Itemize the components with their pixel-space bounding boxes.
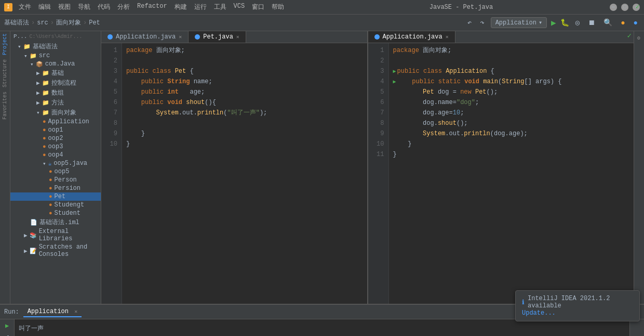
left-code-area[interactable]: package 面向对象; public class Pet { public … xyxy=(122,43,367,304)
r-code-line-10: } xyxy=(393,139,630,149)
tab-application-right[interactable]: Application.java ✕ xyxy=(368,31,455,43)
left-panel-tabs: Project Structure Favorites xyxy=(0,31,10,304)
coverage-button[interactable]: ◎ xyxy=(573,17,582,28)
tree-item-studengt[interactable]: ● Studengt xyxy=(10,201,101,209)
expand-icon: ▾ xyxy=(24,53,28,59)
search-button[interactable]: 🔍 xyxy=(601,17,614,28)
run-restart-button[interactable]: ↺ xyxy=(2,332,12,336)
tree-item-oop5[interactable]: ● oop5 xyxy=(10,167,101,176)
stop-button[interactable]: ⏹ xyxy=(586,18,597,28)
left-editor-content[interactable]: 12345 678910 package 面向对象; public class … xyxy=(101,43,367,304)
menu-bar: 文件 编辑 视图 导航 代码 分析 Refactor 构建 运行 工具 VCS … xyxy=(16,2,313,12)
tree-item-oop2[interactable]: ● oop2 xyxy=(10,134,101,143)
menu-window[interactable]: 窗口 xyxy=(249,2,267,12)
maximize-button[interactable]: □ xyxy=(621,4,628,11)
run-tab-close[interactable]: ✕ xyxy=(74,309,77,315)
tree-item-jichu[interactable]: ▶ 📁 基础 xyxy=(10,68,101,78)
tree-item-src[interactable]: ▾ 📁 src xyxy=(10,51,101,60)
breadcrumb-item[interactable]: 面向对象 xyxy=(56,18,81,27)
run-output[interactable]: 叫了一声 10 Process finished with exit code … xyxy=(15,319,629,336)
tree-item-student[interactable]: ● Student xyxy=(10,209,101,217)
menu-file[interactable]: 文件 xyxy=(16,2,34,12)
expand-icon: ▶ xyxy=(24,248,28,254)
expand-icon: ▾ xyxy=(43,160,46,167)
tab-application-left[interactable]: Application.java ✕ xyxy=(101,31,189,43)
debug-button[interactable]: 🐛 xyxy=(560,18,569,27)
tree-label: oop4 xyxy=(48,151,63,159)
menu-build[interactable]: 构建 xyxy=(171,2,190,12)
menu-edit[interactable]: 编辑 xyxy=(35,2,54,12)
tab-close[interactable]: ✕ xyxy=(179,34,182,40)
tree-item-person[interactable]: ● Person xyxy=(10,176,101,184)
tree-label: oop5.java xyxy=(53,160,87,167)
code-line-8 xyxy=(126,118,363,128)
menu-help[interactable]: 帮助 xyxy=(269,2,287,12)
class-icon: ● xyxy=(43,152,46,158)
update-link[interactable]: Update... xyxy=(522,309,556,317)
folder-icon: 📁 xyxy=(42,99,49,106)
tree-item-oop3[interactable]: ● oop3 xyxy=(10,143,101,151)
tree-item-fangfa[interactable]: ▶ 📁 方法 xyxy=(10,98,101,108)
tab-icon xyxy=(374,34,380,40)
tree-item-persion[interactable]: ● Persion xyxy=(10,184,101,192)
run-config-selector[interactable]: Application ▾ xyxy=(491,17,547,28)
undo-button[interactable]: ↶ xyxy=(465,17,474,28)
redo-button[interactable]: ↷ xyxy=(478,17,486,28)
tree-item-comjava[interactable]: ▾ 📦 com.Java xyxy=(10,60,101,68)
right-editor-content[interactable]: 12345 67891011 package 面向对象; ▶public cla… xyxy=(368,43,634,304)
side-tab-btn[interactable]: ⚙ xyxy=(635,33,643,43)
code-line-6: public void shout(){ xyxy=(126,97,363,108)
lib-icon: 📚 xyxy=(30,232,37,239)
expand-icon: ▶ xyxy=(36,99,40,106)
tree-item-extlibs[interactable]: ▶ 📚 External Libraries xyxy=(10,227,101,243)
run-button[interactable]: ▶ xyxy=(551,18,556,28)
tree-item-jifayufa[interactable]: ▾ 📁 基础语法 xyxy=(10,42,101,51)
tree-item-scratches[interactable]: ▶ 📝 Scratches and Consoles xyxy=(10,243,101,259)
tree-label: com.Java xyxy=(45,60,75,68)
class-icon: ● xyxy=(43,127,46,133)
breadcrumb-item[interactable]: 基础语法 xyxy=(4,18,29,27)
tree-item-iml[interactable]: 📄 基础语法.iml xyxy=(10,217,101,227)
tree-label: 基础 xyxy=(51,69,64,77)
tree-label: src xyxy=(39,52,50,59)
r-code-line-3: ▶public class Application { xyxy=(393,66,630,76)
settings-button[interactable]: ● xyxy=(619,18,627,28)
tree-item-oop5java[interactable]: ▾ ☕ oop5.java xyxy=(10,159,101,167)
project-tab[interactable]: Project xyxy=(1,31,9,57)
tree-label: Scratches and Consoles xyxy=(39,243,101,258)
code-line-1: package 面向对象; xyxy=(126,45,363,56)
menu-tools[interactable]: 工具 xyxy=(211,2,230,12)
tree-label: oop1 xyxy=(48,126,63,134)
menu-analyze[interactable]: 分析 xyxy=(114,2,133,12)
tab-close-pet[interactable]: ✕ xyxy=(236,34,239,40)
class-icon: ● xyxy=(43,135,46,141)
menu-vcs[interactable]: VCS xyxy=(231,2,248,12)
run-tab-application[interactable]: Application ✕ xyxy=(23,307,82,317)
tree-item-oop1[interactable]: ● oop1 xyxy=(10,126,101,134)
right-code-area[interactable]: package 面向对象; ▶public class Application … xyxy=(389,43,634,304)
tree-item-mxdx[interactable]: ▾ 📁 面向对象 xyxy=(10,108,101,118)
breadcrumb-item[interactable]: Pet xyxy=(89,19,100,27)
tree-label: Person xyxy=(55,176,77,184)
menu-navigate[interactable]: 导航 xyxy=(75,2,93,12)
breadcrumb-item[interactable]: src xyxy=(37,19,48,27)
tree-item-pet[interactable]: ● Pet xyxy=(10,192,101,201)
r-code-line-2 xyxy=(393,56,630,66)
structure-tab[interactable]: Structure xyxy=(1,57,9,89)
tree-item-shuzhu[interactable]: ▶ 📁 数组 xyxy=(10,88,101,98)
project-path: C:\Users\Admir... xyxy=(29,34,82,40)
menu-run[interactable]: 运行 xyxy=(191,2,210,12)
menu-refactor[interactable]: Refactor xyxy=(134,2,170,12)
r-code-line-4: ▶ public static void main(String[] args)… xyxy=(393,76,630,87)
tree-item-kongzhi[interactable]: ▶ 📁 控制流程 xyxy=(10,78,101,88)
tree-item-application[interactable]: ● Application xyxy=(10,118,101,126)
tab-close-app[interactable]: ✕ xyxy=(446,34,449,40)
favorites-tab[interactable]: Favorites xyxy=(1,89,9,122)
tab-pet[interactable]: Pet.java ✕ xyxy=(189,31,246,43)
menu-code[interactable]: 代码 xyxy=(95,2,113,12)
minimize-button[interactable]: — xyxy=(610,4,617,11)
menu-view[interactable]: 视图 xyxy=(55,2,74,12)
tree-item-oop4[interactable]: ● oop4 xyxy=(10,151,101,159)
run-play-button[interactable]: ▶ xyxy=(2,321,12,330)
update-button[interactable]: ● xyxy=(632,18,640,28)
